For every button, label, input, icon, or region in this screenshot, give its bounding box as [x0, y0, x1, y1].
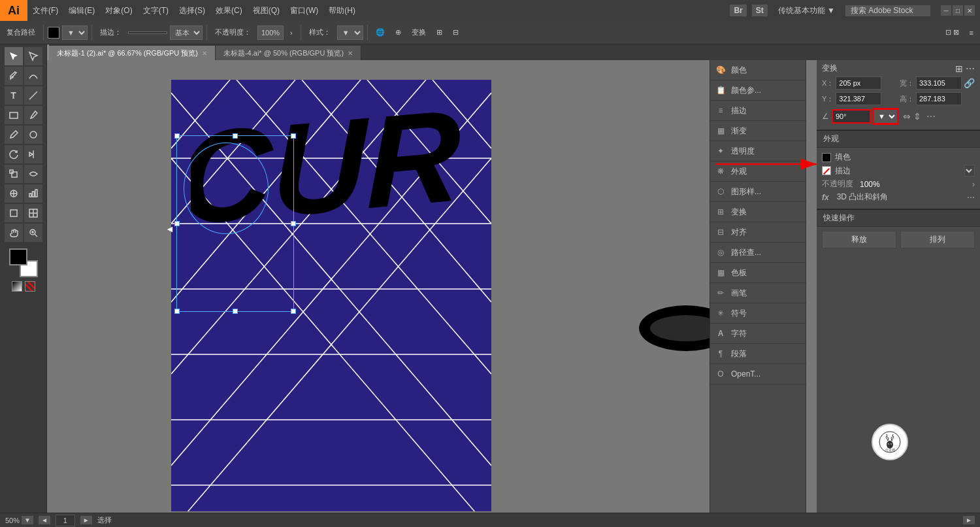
- menu-file[interactable]: 文件(F): [27, 0, 63, 21]
- flip-v-icon[interactable]: ⇕: [913, 111, 921, 122]
- y-input[interactable]: [836, 92, 881, 105]
- angle-input[interactable]: [832, 109, 871, 124]
- opacity-arrow[interactable]: ›: [286, 27, 297, 38]
- reflect-tool[interactable]: [24, 145, 42, 163]
- handle-bl[interactable]: [174, 309, 180, 314]
- minimize-btn[interactable]: ─: [941, 5, 951, 16]
- close-btn[interactable]: ✕: [964, 5, 975, 16]
- handle-tr[interactable]: [291, 133, 296, 139]
- stroke-color-swatch[interactable]: [822, 166, 831, 175]
- align-panel-item[interactable]: ⊟ 对齐: [710, 222, 806, 243]
- menu-select[interactable]: 选择(S): [174, 0, 210, 21]
- symbol-tool[interactable]: [5, 184, 23, 203]
- style-select[interactable]: ▼: [337, 26, 363, 40]
- arrange-btns[interactable]: ⊡ ⊠: [941, 27, 963, 38]
- fill-select[interactable]: ▼: [62, 26, 88, 40]
- page-input[interactable]: [56, 515, 75, 526]
- direct-select-tool[interactable]: [24, 47, 42, 65]
- transform-panel-item[interactable]: ⊞ 变换: [710, 202, 806, 222]
- handle-bm[interactable]: [233, 309, 238, 314]
- handle-mr[interactable]: [291, 221, 296, 226]
- curvature-tool[interactable]: [24, 67, 42, 85]
- release-btn[interactable]: 释放: [822, 231, 896, 248]
- opentype-panel-item[interactable]: O OpenT...: [710, 364, 806, 384]
- pen-tool[interactable]: [5, 67, 23, 85]
- pathfinder-panel-item[interactable]: ◎ 路径查...: [710, 243, 806, 263]
- gradient-swatch[interactable]: [12, 281, 22, 292]
- align-btn[interactable]: ⊞: [433, 27, 446, 38]
- line-tool[interactable]: [24, 86, 42, 105]
- arrange-btn[interactable]: 排列: [900, 231, 975, 248]
- transform-header[interactable]: 变换 ⊞ ⋯: [822, 63, 975, 74]
- fill-swatch[interactable]: [48, 27, 59, 39]
- zoom-tool[interactable]: [24, 224, 42, 242]
- swatches-panel-item[interactable]: ▦ 色板: [710, 263, 806, 283]
- transform-more-icon[interactable]: ⋯: [966, 63, 975, 74]
- slice-tool[interactable]: [24, 204, 42, 222]
- page-next-btn[interactable]: ►: [80, 516, 92, 524]
- distribute-btn[interactable]: ⊟: [449, 27, 463, 38]
- foreground-swatch[interactable]: [9, 248, 27, 265]
- symbols-panel-item[interactable]: ✳ 符号: [710, 303, 806, 324]
- rect-tool[interactable]: [5, 106, 23, 124]
- transparency-panel-item[interactable]: ✦ 透明度: [710, 141, 806, 162]
- angle-dropdown[interactable]: ▼: [874, 109, 898, 124]
- select-tool[interactable]: [5, 47, 23, 65]
- warp-tool[interactable]: [24, 165, 42, 183]
- flip-h-icon[interactable]: ⇔: [903, 111, 911, 122]
- menu-object[interactable]: 对象(O): [100, 0, 137, 21]
- workspace-selector[interactable]: 传统基本功能 ▼: [773, 5, 840, 16]
- opacity-input[interactable]: [257, 26, 284, 40]
- eyedropper-tool[interactable]: [24, 106, 42, 124]
- color-guide-panel-item[interactable]: 📋 颜色参...: [710, 80, 806, 101]
- tab-1-close[interactable]: ✕: [202, 50, 207, 57]
- fx-more-btn[interactable]: ⋯: [967, 193, 975, 202]
- link-hw-icon[interactable]: 🔗: [964, 78, 975, 88]
- more-btn[interactable]: ≡: [966, 27, 977, 38]
- w-input[interactable]: [916, 76, 962, 90]
- handle-br[interactable]: [291, 309, 296, 314]
- brushes-panel-item[interactable]: ✏ 画笔: [710, 283, 806, 303]
- stock-search[interactable]: 搜索 Adobe Stock: [845, 5, 930, 16]
- menu-text[interactable]: 文字(T): [138, 0, 174, 21]
- graph-tool[interactable]: [24, 184, 42, 203]
- transform-grid-icon[interactable]: ⊞: [955, 63, 963, 74]
- page-prev-btn[interactable]: ◄: [39, 516, 50, 524]
- artboard-tool[interactable]: [5, 204, 23, 222]
- blob-tool[interactable]: [24, 126, 42, 144]
- maximize-btn[interactable]: □: [953, 5, 963, 16]
- opacity-expand-btn[interactable]: ›: [972, 180, 975, 189]
- stock-btn[interactable]: St: [752, 5, 768, 16]
- none-swatch[interactable]: [25, 281, 35, 292]
- globe-icon[interactable]: 🌐: [372, 27, 389, 38]
- x-input[interactable]: [836, 76, 881, 90]
- stroke-dropdown[interactable]: ▼: [964, 165, 975, 177]
- menu-help[interactable]: 帮助(H): [323, 0, 361, 21]
- status-right-scroll[interactable]: ►: [963, 516, 975, 524]
- transform-more-btn[interactable]: ⋯: [926, 111, 936, 122]
- menu-window[interactable]: 窗口(W): [285, 0, 323, 21]
- h-input[interactable]: [916, 92, 962, 105]
- handle-tm[interactable]: [233, 133, 238, 139]
- character-panel-item[interactable]: A 字符: [710, 324, 806, 344]
- left-arrow[interactable]: ◄: [165, 224, 174, 234]
- menu-view[interactable]: 视图(Q): [248, 0, 285, 21]
- zoom-dropdown[interactable]: ▼: [22, 516, 33, 524]
- graphic-styles-panel-item[interactable]: ⬡ 图形样...: [710, 182, 806, 202]
- fill-color-swatch[interactable]: [822, 153, 831, 162]
- tab-1[interactable]: 未标题-1 (2).ai* @ 66.67% (RGB/GPU 预览) ✕: [49, 46, 216, 60]
- tab-2-close[interactable]: ✕: [348, 50, 353, 57]
- appearance-panel-item[interactable]: ❋ 外观: [710, 162, 806, 182]
- handle-ml[interactable]: [174, 221, 180, 226]
- handle-tl[interactable]: [174, 133, 180, 139]
- type-tool[interactable]: T: [5, 86, 23, 105]
- scale-tool[interactable]: [5, 165, 23, 183]
- tab-2[interactable]: 未标题-4.ai* @ 50% (RGB/GPU 预览) ✕: [216, 46, 361, 60]
- stroke-select[interactable]: 基本: [170, 26, 203, 40]
- hand-tool[interactable]: [5, 224, 23, 242]
- paragraph-panel-item[interactable]: ¶ 段落: [710, 344, 806, 364]
- gradient-panel-item[interactable]: ▦ 渐变: [710, 121, 806, 141]
- color-panel-item[interactable]: 🎨 颜色: [710, 60, 806, 80]
- pencil-tool[interactable]: [5, 126, 23, 144]
- menu-effect[interactable]: 效果(C): [210, 0, 248, 21]
